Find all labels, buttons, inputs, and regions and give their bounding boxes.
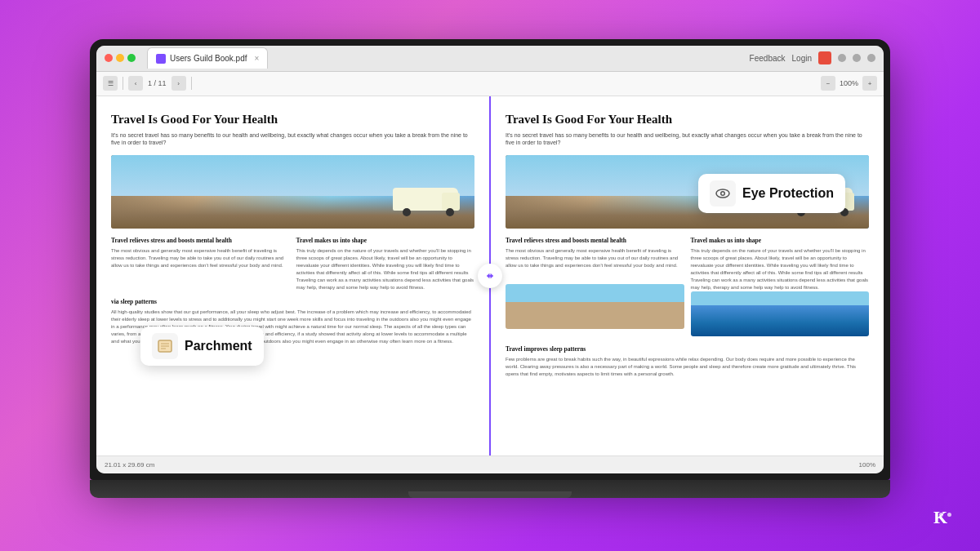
toolbar-prev-page-btn[interactable]: ‹ <box>128 76 143 91</box>
pdf-page-right: Travel Is Good For Your Health It's no s… <box>489 96 884 455</box>
zoom-in-btn[interactable]: + <box>862 76 877 91</box>
toolbar-menu-btn[interactable]: ☰ <box>103 76 118 91</box>
pdf-page-left: Travel Is Good For Your Health It's no s… <box>96 96 489 455</box>
page-swap-button[interactable] <box>478 264 502 288</box>
eye-protection-label: Eye Protection <box>742 186 834 201</box>
k-logo: K <box>933 507 947 528</box>
browser-bar: Users Guild Book.pdf × Feedback Login <box>96 46 884 72</box>
win-close-btn[interactable] <box>867 54 875 62</box>
pdf-statusbar: 21.01 x 29.69 cm 100% <box>96 455 884 473</box>
browser-tab[interactable]: Users Guild Book.pdf × <box>147 47 268 69</box>
tab-label: Users Guild Book.pdf <box>170 54 247 63</box>
section-text-shape-right: This truly depends on the nature of your… <box>691 247 870 291</box>
section-text-shape-left: This truly depends on the nature of your… <box>296 247 475 291</box>
zoom-display: 100% <box>859 461 875 469</box>
svg-point-6 <box>721 192 724 194</box>
minimize-window-button[interactable] <box>116 54 124 62</box>
two-col-layout-left: Travel relieves stress and boosts mental… <box>111 237 474 291</box>
parchment-badge: Parchment <box>140 327 264 366</box>
zoom-level: 100% <box>840 79 858 87</box>
pdf-toolbar: ☰ ‹ 1 / 11 › − 100% + <box>96 72 884 96</box>
tab-favicon <box>156 54 166 64</box>
screen-content: Users Guild Book.pdf × Feedback Login ☰ … <box>96 46 884 473</box>
browser-actions: Feedback Login <box>750 51 875 64</box>
zoom-out-btn[interactable]: − <box>821 76 835 91</box>
toolbar-right-group: − 100% + <box>821 76 877 91</box>
left-col-1: Travel relieves stress and boosts mental… <box>111 237 290 291</box>
user-avatar <box>818 51 831 64</box>
login-link[interactable]: Login <box>792 54 812 63</box>
parchment-label: Parchment <box>185 339 252 353</box>
section-title-shape-left: Travel makes us into shape <box>296 237 475 244</box>
page-title-left: Travel Is Good For Your Health <box>111 113 474 127</box>
section-title-stress-right: Travel relieves stress and boosts mental… <box>506 237 684 244</box>
win-maximize-btn[interactable] <box>853 54 861 62</box>
parchment-icon <box>152 333 178 359</box>
via-sleep-title-left: via sleep patterns <box>111 298 474 305</box>
tab-close-icon[interactable]: × <box>255 54 260 63</box>
sleep-section-right: Travel improves sleep patterns Few probl… <box>506 345 869 378</box>
laptop-base <box>90 480 890 498</box>
section-title-shape-right: Travel makes us into shape <box>691 237 870 244</box>
fullscreen-window-button[interactable] <box>127 54 136 62</box>
hero-image-left <box>111 155 474 229</box>
eye-protection-badge: Eye Protection <box>698 174 845 213</box>
page-title-right: Travel Is Good For Your Health <box>506 113 869 127</box>
page-subtitle-right: It's no secret travel has so many benefi… <box>506 131 869 148</box>
eye-icon <box>710 180 736 207</box>
left-col-2: Travel makes us into shape This truly de… <box>296 237 475 291</box>
section-text-stress-right: The most obvious and generally most expe… <box>506 247 684 269</box>
separator <box>122 77 123 90</box>
page-subtitle-left: It's no secret travel has so many benefi… <box>111 131 474 148</box>
separator2 <box>191 77 192 90</box>
pdf-main-area: Travel Is Good For Your Health It's no s… <box>96 96 884 455</box>
two-col-layout-right: Travel relieves stress and boosts mental… <box>506 237 869 340</box>
traffic-lights <box>105 54 136 62</box>
toolbar-next-page-btn[interactable]: › <box>172 76 186 91</box>
section-text-stress-left: The most obvious and generally most expe… <box>111 247 290 269</box>
screen-frame: Users Guild Book.pdf × Feedback Login ☰ … <box>90 39 890 480</box>
page-dimensions: 21.01 x 29.69 cm <box>105 461 154 469</box>
win-minimize-btn[interactable] <box>838 54 846 62</box>
small-image-ocean <box>691 291 870 336</box>
close-window-button[interactable] <box>105 54 113 62</box>
page-number: 1 / 11 <box>148 79 167 87</box>
feedback-link[interactable]: Feedback <box>750 54 786 63</box>
right-col-2: Travel makes us into shape This truly de… <box>691 237 870 340</box>
section-title-sleep-right: Travel improves sleep patterns <box>506 345 869 353</box>
right-col-1: Travel relieves stress and boosts mental… <box>506 237 684 340</box>
section-title-stress-left: Travel relieves stress and boosts mental… <box>111 237 290 244</box>
small-image-desert <box>506 284 684 329</box>
laptop-frame: Users Guild Book.pdf × Feedback Login ☰ … <box>90 39 890 513</box>
section-text-sleep-right: Few problems are great to break habits s… <box>506 356 869 378</box>
